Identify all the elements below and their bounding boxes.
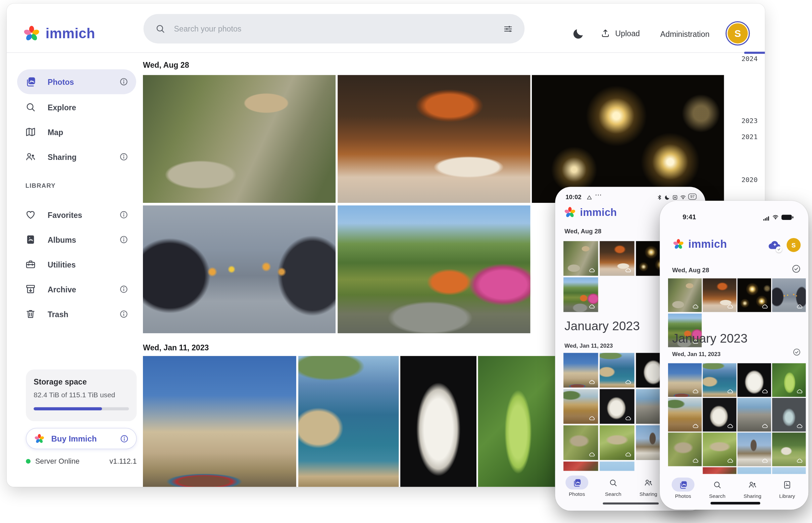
photo-thumbnail-fireworks[interactable] <box>738 278 771 312</box>
photo-thumbnail-ruin[interactable] <box>738 398 771 431</box>
photo-thumbnail-cliff-beach[interactable] <box>563 389 598 424</box>
nav-item-library[interactable]: Library <box>772 478 803 499</box>
timeline-year[interactable]: 2024 <box>734 55 758 63</box>
photo-thumbnail-zoo[interactable] <box>563 241 598 275</box>
app-logo[interactable]: immich <box>22 24 95 43</box>
photo-thumbnail-white-sculpture[interactable] <box>600 389 634 424</box>
nav-item-search[interactable]: Search <box>598 475 629 497</box>
library-section-header: LIBRARY <box>25 182 56 190</box>
photo-thumbnail-fortress[interactable] <box>563 353 598 387</box>
photo-thumbnail-sculpture[interactable] <box>400 356 477 487</box>
cloud-sync-button[interactable] <box>767 238 782 254</box>
timeline-year[interactable]: 2021 <box>734 133 758 141</box>
info-icon[interactable] <box>120 434 129 443</box>
app-logo: immich <box>672 238 727 250</box>
immich-flower-icon <box>672 238 685 250</box>
photo-thumbnail-dinner[interactable] <box>600 241 634 275</box>
sidebar-item-trash[interactable]: Trash <box>17 302 136 327</box>
people-icon <box>25 151 36 163</box>
photo-thumbnail-autumn-road[interactable] <box>338 205 530 333</box>
photo-thumbnail-autumn-road[interactable] <box>563 277 598 312</box>
storage-progress-fill <box>34 407 102 410</box>
info-icon[interactable] <box>119 285 128 294</box>
photo-thumbnail-lizard[interactable] <box>563 426 598 460</box>
photo-thumbnail-hands[interactable] <box>772 278 806 312</box>
timeline-scrubber-handle[interactable] <box>744 52 765 54</box>
photo-thumbnail-white-sculpture[interactable] <box>703 398 736 431</box>
storage-title: Storage space <box>34 377 87 386</box>
photo-thumbnail-fireworks[interactable] <box>532 75 724 203</box>
photo-thumbnail-fortress[interactable] <box>143 356 296 487</box>
administration-link[interactable]: Administration <box>660 30 710 38</box>
dark-mode-toggle[interactable] <box>572 28 585 42</box>
info-icon[interactable] <box>119 77 128 87</box>
select-day-checkbox[interactable] <box>791 264 801 274</box>
cellular-signal-icon <box>762 215 770 221</box>
trash-icon <box>25 308 36 320</box>
nav-item-photos[interactable]: Photos <box>668 478 698 499</box>
select-day-checkbox[interactable] <box>792 348 801 356</box>
buy-immich-button[interactable]: Buy Immich <box>26 428 137 449</box>
search-icon <box>155 23 166 34</box>
home-indicator[interactable] <box>603 503 659 505</box>
info-icon[interactable] <box>119 309 128 319</box>
upload-icon <box>600 28 611 38</box>
sidebar-item-favorites[interactable]: Favorites <box>17 202 136 227</box>
photo-thumbnail-coast[interactable] <box>703 363 736 397</box>
photo-thumbnail-church-village[interactable] <box>738 432 771 466</box>
photo-thumbnail-green-fruit[interactable] <box>478 356 555 487</box>
photo-thumbnail-dinner[interactable] <box>338 75 530 203</box>
sidebar-item-utilities[interactable]: Utilities <box>17 252 136 277</box>
photo-thumbnail-coast[interactable] <box>298 356 399 487</box>
photo-thumbnail-green-fruit[interactable] <box>772 363 806 397</box>
photo-thumbnail-hands[interactable] <box>143 205 335 333</box>
sidebar-item-albums[interactable]: Albums <box>17 227 136 252</box>
info-icon[interactable] <box>119 152 128 162</box>
header-divider <box>7 52 765 53</box>
search-bar[interactable] <box>144 14 525 43</box>
month-header: January 2023 <box>672 331 747 346</box>
user-avatar[interactable]: S <box>725 21 750 46</box>
sidebar-item-map[interactable]: Map <box>17 120 136 144</box>
photo-thumbnail-fortress[interactable] <box>668 363 702 397</box>
home-indicator[interactable] <box>711 502 760 505</box>
nav-item-photos[interactable]: Photos <box>562 475 592 497</box>
sidebar-item-explore[interactable]: Explore <box>17 94 136 119</box>
cast-triangle-icon <box>586 195 592 201</box>
photo-thumbnail-ornament[interactable] <box>772 398 806 431</box>
photos-icon <box>25 76 36 88</box>
nav-item-sharing[interactable]: Sharing <box>633 475 664 497</box>
filter-sliders-icon[interactable] <box>503 23 513 34</box>
photo-thumbnail-dinner[interactable] <box>703 278 736 312</box>
search-icon <box>602 475 624 489</box>
photo-thumbnail-cliff-beach[interactable] <box>668 398 702 431</box>
month-header: January 2023 <box>564 319 640 333</box>
timeline-year[interactable]: 2020 <box>734 176 758 184</box>
battery-icon: 97 <box>688 194 696 200</box>
sidebar-item-photos[interactable]: Photos <box>17 69 136 94</box>
nav-item-search[interactable]: Search <box>702 478 733 499</box>
timeline-year[interactable]: 2023 <box>734 117 758 125</box>
battery-nub <box>792 216 793 218</box>
photo-thumbnail-farmhouse[interactable] <box>772 432 806 466</box>
upload-button[interactable]: Upload <box>600 28 640 38</box>
info-icon[interactable] <box>119 210 128 220</box>
photo-thumbnail-zoo[interactable] <box>143 75 335 203</box>
battery-icon <box>781 215 792 220</box>
photo-thumbnail-sculpture[interactable] <box>738 363 771 397</box>
immich-flower-icon <box>22 24 41 43</box>
photo-thumbnail-lizard[interactable] <box>703 432 736 466</box>
search-input[interactable] <box>173 24 496 34</box>
photo-thumbnail-zoo[interactable] <box>668 278 702 312</box>
photo-thumbnail-lizard[interactable] <box>600 426 634 460</box>
info-icon[interactable] <box>119 235 128 245</box>
heart-icon <box>25 209 36 221</box>
cloud-backup-icon <box>589 267 595 274</box>
photo-thumbnail-lizard[interactable] <box>668 432 702 466</box>
photo-thumbnail-coast[interactable] <box>600 353 634 387</box>
sidebar-item-sharing[interactable]: Sharing <box>17 144 136 169</box>
user-avatar[interactable]: S <box>787 238 800 252</box>
nav-item-sharing[interactable]: Sharing <box>737 478 768 499</box>
sidebar-item-archive[interactable]: Archive <box>17 277 136 302</box>
moon-icon <box>664 195 670 200</box>
